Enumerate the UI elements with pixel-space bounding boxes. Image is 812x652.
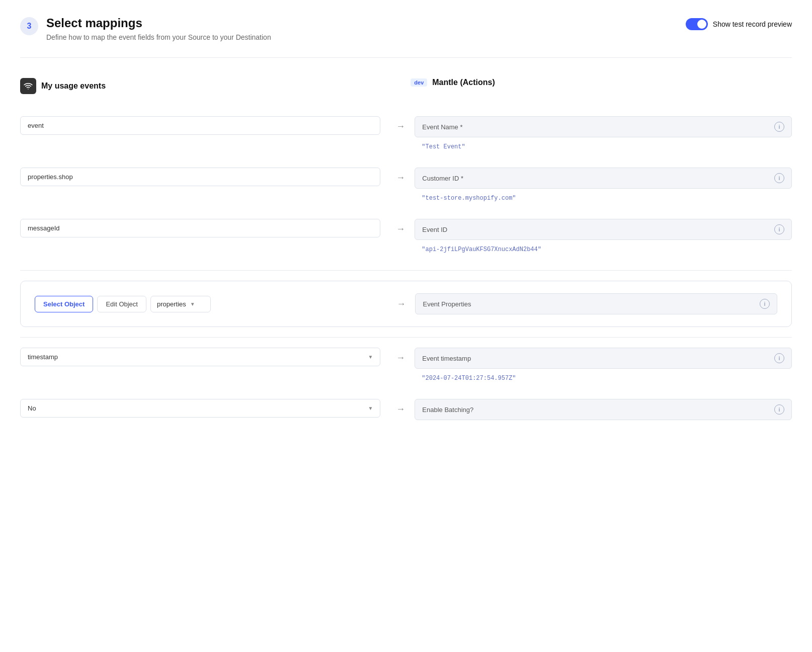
no-value: No	[28, 404, 36, 412]
dest-field-1: Customer ID * i	[415, 168, 792, 189]
dest-header: dev Mantle (Actions)	[411, 78, 812, 87]
step-badge: 3	[20, 17, 38, 35]
source-input-wrap-1	[20, 168, 390, 186]
header-left: 3 Select mappings Define how to map the …	[20, 16, 271, 41]
info-icon-bottom-0[interactable]: i	[774, 353, 784, 363]
source-name: My usage events	[41, 82, 106, 91]
bottom-source-wrap-1: No ▼	[20, 399, 390, 418]
object-dest-label: Event Properties	[423, 300, 760, 308]
arrow-0: →	[390, 116, 411, 132]
show-preview-toggle[interactable]	[686, 18, 708, 30]
chevron-down-icon: ▼	[190, 301, 195, 307]
info-icon-object[interactable]: i	[760, 299, 770, 309]
dest-col-header: dev Mantle (Actions)	[411, 78, 812, 106]
bottom-dest-field-1: Enable Batching? i	[415, 399, 792, 420]
source-icon	[20, 78, 36, 94]
no-chevron-icon: ▼	[368, 405, 373, 411]
mapping-row-0: → Event Name * i "Test Event"	[20, 116, 792, 153]
properties-dropdown-value: properties	[157, 300, 186, 308]
object-arrow: →	[391, 299, 411, 309]
bottom-dest-wrap-1: Enable Batching? i	[411, 399, 792, 420]
object-mapping-card: Select Object Edit Object properties ▼ →…	[20, 281, 792, 327]
header-text: Select mappings Define how to map the ev…	[46, 16, 271, 41]
source-col-header: My usage events	[20, 78, 390, 106]
no-dropdown[interactable]: No ▼	[20, 399, 380, 418]
info-icon-2[interactable]: i	[774, 224, 784, 234]
source-header: My usage events	[20, 78, 390, 94]
bottom-dest-wrap-0: Event timestamp i "2024-07-24T01:27:54.9…	[411, 348, 792, 385]
bottom-divider	[20, 337, 792, 338]
info-icon-bottom-1[interactable]: i	[774, 404, 784, 415]
dest-field-0: Event Name * i	[415, 116, 792, 137]
properties-dropdown[interactable]: properties ▼	[150, 296, 211, 312]
source-input-2[interactable]	[20, 219, 380, 237]
source-input-1[interactable]	[20, 168, 380, 186]
page-container: 3 Select mappings Define how to map the …	[0, 0, 812, 652]
toggle-section: Show test record preview	[686, 18, 792, 30]
mapping-row-2: → Event ID i "api-2jfiLPgVauKFSG7XnucxAd…	[20, 219, 792, 256]
page-title: Select mappings	[46, 16, 271, 30]
dest-preview-2: "api-2jfiLPgVauKFSG7XnucxAdN2b44"	[415, 243, 792, 256]
dev-badge: dev	[411, 78, 427, 87]
source-input-wrap-0	[20, 116, 390, 135]
page-description: Define how to map the event fields from …	[46, 33, 271, 41]
bottom-mapping-row-1: No ▼ → Enable Batching? i	[20, 399, 792, 420]
info-icon-1[interactable]: i	[774, 173, 784, 183]
dest-field-wrap-2: Event ID i "api-2jfiLPgVauKFSG7XnucxAdN2…	[411, 219, 792, 256]
select-object-button[interactable]: Select Object	[35, 296, 93, 312]
edit-object-button[interactable]: Edit Object	[97, 296, 146, 312]
dest-name: Mantle (Actions)	[432, 78, 495, 87]
object-source-section: Select Object Edit Object properties ▼	[35, 296, 391, 312]
header-section: 3 Select mappings Define how to map the …	[20, 16, 792, 41]
dest-field-wrap-1: Customer ID * i "test-store.myshopify.co…	[411, 168, 792, 205]
bottom-dest-label-0: Event timestamp	[422, 355, 774, 362]
bottom-dest-label-1: Enable Batching?	[422, 406, 774, 414]
source-input-wrap-2	[20, 219, 390, 237]
timestamp-value: timestamp	[28, 353, 58, 361]
bottom-arrow-1: →	[390, 399, 411, 415]
dest-field-label-0: Event Name *	[422, 123, 774, 131]
timestamp-chevron-icon: ▼	[368, 354, 373, 360]
source-input-0[interactable]	[20, 116, 380, 135]
bottom-arrow-0: →	[390, 348, 411, 363]
bottom-mapping-row-0: timestamp ▼ → Event timestamp i "2024-07…	[20, 348, 792, 385]
mid-divider	[20, 270, 792, 271]
info-icon-0[interactable]: i	[774, 122, 784, 132]
arrow-2: →	[390, 219, 411, 234]
object-mapping-row: Select Object Edit Object properties ▼ →…	[35, 293, 777, 314]
dest-field-label-2: Event ID	[422, 226, 774, 233]
dest-field-2: Event ID i	[415, 219, 792, 240]
object-dest-field: Event Properties i	[415, 293, 777, 314]
bottom-dest-preview-0: "2024-07-24T01:27:54.957Z"	[415, 372, 792, 385]
dest-preview-1: "test-store.myshopify.com"	[415, 192, 792, 205]
dest-preview-0: "Test Event"	[415, 140, 792, 153]
dest-field-label-1: Customer ID *	[422, 175, 774, 182]
dest-field-wrap-0: Event Name * i "Test Event"	[411, 116, 792, 153]
mapping-row-1: → Customer ID * i "test-store.myshopify.…	[20, 168, 792, 205]
object-dest-section: Event Properties i	[411, 293, 777, 314]
timestamp-dropdown[interactable]: timestamp ▼	[20, 348, 380, 366]
bottom-dest-field-0: Event timestamp i	[415, 348, 792, 369]
columns-header: My usage events dev Mantle (Actions)	[20, 68, 792, 116]
header-divider	[20, 57, 792, 58]
toggle-label: Show test record preview	[713, 20, 792, 28]
arrow-1: →	[390, 168, 411, 183]
bottom-source-wrap-0: timestamp ▼	[20, 348, 390, 366]
